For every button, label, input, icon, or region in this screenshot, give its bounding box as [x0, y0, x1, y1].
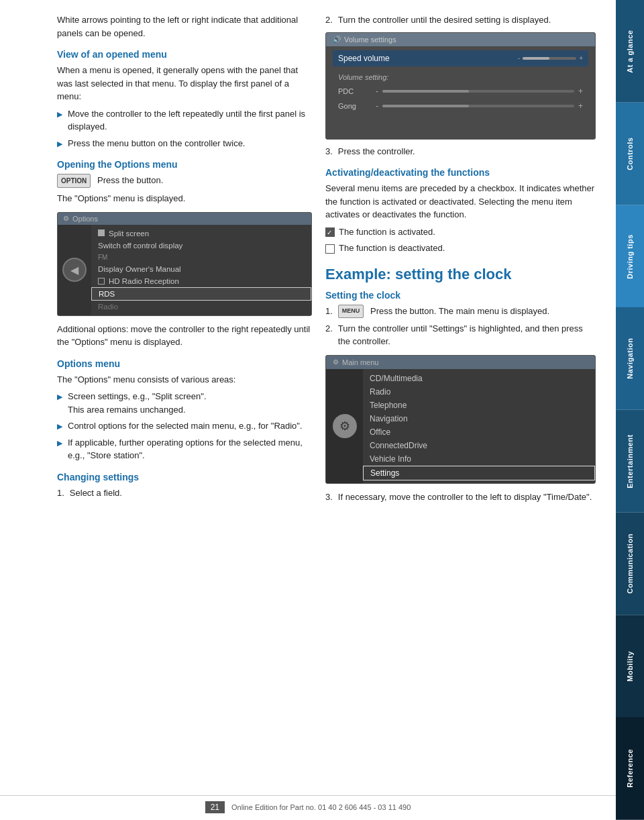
section1-text: When a menu is opened, it generally open… — [57, 64, 312, 103]
options-screen-mockup: ⚙ Options ◀ Split screen Switch off cont… — [57, 212, 312, 316]
bullet-arrow-icon-3: ▶ — [57, 391, 62, 403]
gong-slider — [382, 105, 574, 107]
mm-row-settings: Settings — [363, 466, 595, 480]
step-turn-controller: 2. Turn the controller until the desired… — [325, 13, 596, 27]
sidebar-item-driving-tips[interactable]: Driving tips — [616, 205, 644, 308]
checkbox-hd-radio-icon — [98, 278, 105, 285]
sidebar-item-communication[interactable]: Communication — [616, 513, 644, 615]
checkbox-deactivated-icon — [325, 242, 339, 255]
section-view-of-opened-menu-heading: View of an opened menu — [57, 49, 312, 60]
volume-settings-header: 🔊 Volume settings — [326, 33, 595, 46]
opt-row-switch-off: Switch off control display — [91, 240, 311, 252]
section-changing-settings-heading: Changing settings — [57, 472, 312, 482]
volume-settings-mockup: 🔊 Volume settings Speed volume - + Volum… — [325, 32, 596, 140]
clock-step2: 2. Turn the controller until "Settings" … — [325, 322, 596, 348]
mm-row-office: Office — [363, 425, 595, 439]
mm-row-vehicle-info: Vehicle Info — [363, 452, 595, 466]
mm-row-radio: Radio — [363, 385, 595, 399]
bullet-screen-settings: ▶ Screen settings, e.g., "Split screen".… — [57, 390, 312, 416]
main-menu-header: ⚙ Main menu — [326, 356, 595, 369]
footer-text: Online Edition for Part no. 01 40 2 606 … — [231, 803, 411, 811]
bullet-arrow-icon-1: ▶ — [57, 109, 62, 120]
options-header-icon: ⚙ — [63, 215, 69, 222]
bullet-move-controller: ▶ Move the controller to the left repeat… — [57, 107, 312, 134]
main-menu-content: ⚙ CD/Multimedia Radio Telephone Navigati… — [326, 369, 595, 483]
speed-volume-row: Speed volume - + — [333, 50, 588, 66]
main-content: White arrows pointing to the left or rig… — [0, 0, 616, 534]
checkbox-activated-icon — [325, 225, 339, 239]
options-displayed-text: The "Options" menu is displayed. — [57, 192, 312, 205]
sidebar-item-controls[interactable]: Controls — [616, 103, 644, 205]
options-menu-rows: Split screen Switch off control display … — [91, 225, 311, 315]
pdc-slider — [382, 90, 574, 93]
main-menu-rows: CD/Multimedia Radio Telephone Navigation… — [363, 369, 595, 483]
options-header: ⚙ Options — [58, 213, 311, 225]
volume-settings-icon: 🔊 — [333, 36, 341, 43]
intro-text: White arrows pointing to the left or rig… — [57, 13, 312, 40]
options-menu-intro: The "Options" menu consists of various a… — [57, 373, 312, 387]
left-column: White arrows pointing to the left or rig… — [57, 13, 312, 507]
mm-row-navigation: Navigation — [363, 412, 595, 425]
section5-text: Several menu items are preceded by a che… — [325, 182, 596, 221]
option-button[interactable]: OPTION — [57, 174, 91, 188]
opt-row-split-screen: Split screen — [91, 227, 311, 240]
step-select-field: 1. Select a field. — [57, 486, 312, 500]
main-menu-header-icon: ⚙ — [333, 358, 339, 366]
sidebar-item-mobility[interactable]: Mobility — [616, 615, 644, 718]
opt-row-display-manual: Display Owner's Manual — [91, 263, 311, 275]
sidebar-item-entertainment[interactable]: Entertainment — [616, 410, 644, 513]
volume-setting-label: Volume setting: — [333, 70, 588, 84]
controller-icon: ◀ — [62, 258, 87, 282]
bullet-control-options: ▶ Control options for the selected main … — [57, 419, 312, 433]
bullet-arrow-icon-2: ▶ — [57, 138, 62, 150]
section-options-menu-heading: Options menu — [57, 358, 312, 369]
bullet-further-options: ▶ If applicable, further operating optio… — [57, 436, 312, 462]
mm-row-telephone: Telephone — [363, 399, 595, 412]
main-menu-controller-area: ⚙ — [326, 369, 363, 483]
mm-row-cd: CD/Multimedia — [363, 372, 595, 385]
option-instruction-text: OPTION Press the button. — [57, 174, 312, 188]
bullet-arrow-icon-5: ▶ — [57, 438, 62, 449]
function-activated-item: The function is activated. — [325, 225, 596, 239]
opt-row-rds: RDS — [91, 287, 311, 301]
right-column: 2. Turn the controller until the desired… — [325, 13, 596, 507]
big-heading-clock: Example: setting the clock — [325, 266, 596, 283]
step-press-controller: 3. Press the controller. — [325, 145, 596, 158]
pdc-row: PDC - + — [333, 84, 588, 99]
gong-row: Gong - + — [333, 99, 588, 113]
options-controller-area: ◀ — [58, 225, 91, 315]
page-footer: 21 Online Edition for Part no. 01 40 2 6… — [0, 795, 616, 813]
section-opening-options-heading: Opening the Options menu — [57, 159, 312, 170]
sub-heading-setting-clock: Setting the clock — [325, 290, 596, 301]
section-activating-heading: Activating/deactivating the functions — [325, 167, 596, 178]
menu-button[interactable]: MENU — [338, 305, 364, 318]
options-content: ◀ Split screen Switch off control displa… — [58, 225, 311, 315]
clock-step3: 3. If necessary, move the controller to … — [325, 491, 596, 504]
function-deactivated-item: The function is deactivated. — [325, 242, 596, 255]
clock-step1: 1. MENU Press the button. The main menu … — [325, 305, 596, 318]
volume-body: Speed volume - + Volume setting: PDC - — [326, 46, 595, 117]
additional-options-text: Additional options: move the controller … — [57, 323, 312, 349]
sidebar-item-at-a-glance[interactable]: At a glance — [616, 0, 644, 103]
checkbox-split-screen — [98, 229, 105, 238]
opt-row-fm-label: FM — [91, 252, 311, 263]
mm-row-connecteddrive: ConnectedDrive — [363, 439, 595, 452]
opt-row-radio: Radio — [91, 301, 311, 313]
bullet-arrow-icon-4: ▶ — [57, 421, 62, 432]
gear-icon: ⚙ — [333, 414, 357, 438]
opt-row-hd-radio: HD Radio Reception — [91, 275, 311, 287]
sidebar-item-navigation[interactable]: Navigation — [616, 307, 644, 410]
sidebar-item-reference[interactable]: Reference — [616, 717, 644, 820]
main-menu-mockup: ⚙ Main menu ⚙ CD/Multimedia Radio Teleph… — [325, 355, 596, 484]
page-number: 21 — [205, 801, 225, 813]
bullet-press-menu-button: ▶ Press the menu button on the controlle… — [57, 137, 312, 150]
sidebar: At a glance Controls Driving tips Naviga… — [616, 0, 644, 820]
